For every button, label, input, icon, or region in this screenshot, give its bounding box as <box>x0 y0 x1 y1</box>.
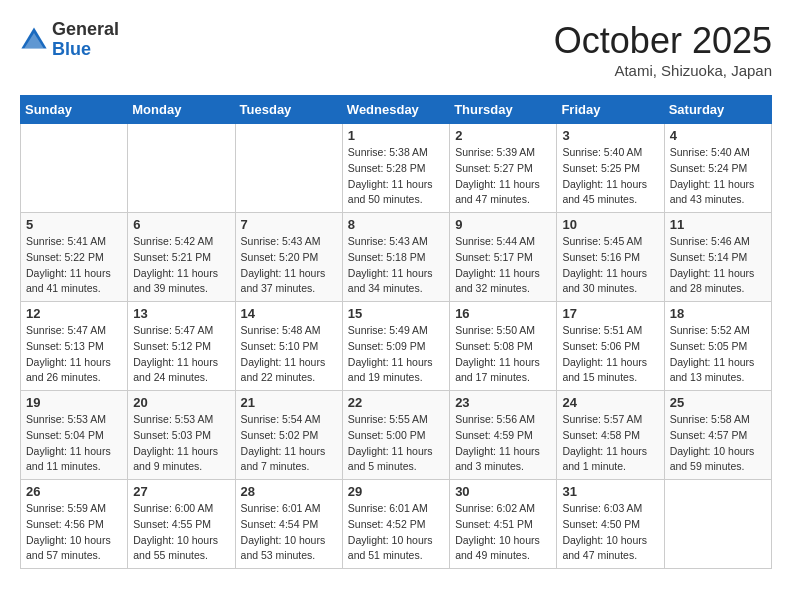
day-number: 29 <box>348 484 444 499</box>
calendar-cell: 17Sunrise: 5:51 AMSunset: 5:06 PMDayligh… <box>557 302 664 391</box>
day-info: Sunrise: 5:51 AMSunset: 5:06 PMDaylight:… <box>562 323 658 386</box>
calendar-cell <box>664 480 771 569</box>
day-info: Sunrise: 5:54 AMSunset: 5:02 PMDaylight:… <box>241 412 337 475</box>
day-info: Sunrise: 5:53 AMSunset: 5:03 PMDaylight:… <box>133 412 229 475</box>
day-info: Sunrise: 5:38 AMSunset: 5:28 PMDaylight:… <box>348 145 444 208</box>
day-number: 16 <box>455 306 551 321</box>
title-block: October 2025 Atami, Shizuoka, Japan <box>554 20 772 79</box>
calendar-header-row: SundayMondayTuesdayWednesdayThursdayFrid… <box>21 96 772 124</box>
calendar-week-3: 12Sunrise: 5:47 AMSunset: 5:13 PMDayligh… <box>21 302 772 391</box>
calendar-cell: 21Sunrise: 5:54 AMSunset: 5:02 PMDayligh… <box>235 391 342 480</box>
day-number: 14 <box>241 306 337 321</box>
day-number: 8 <box>348 217 444 232</box>
day-header-tuesday: Tuesday <box>235 96 342 124</box>
day-number: 4 <box>670 128 766 143</box>
logo-icon <box>20 26 48 54</box>
calendar-cell: 12Sunrise: 5:47 AMSunset: 5:13 PMDayligh… <box>21 302 128 391</box>
calendar-cell: 4Sunrise: 5:40 AMSunset: 5:24 PMDaylight… <box>664 124 771 213</box>
calendar-cell: 25Sunrise: 5:58 AMSunset: 4:57 PMDayligh… <box>664 391 771 480</box>
day-number: 2 <box>455 128 551 143</box>
day-info: Sunrise: 5:48 AMSunset: 5:10 PMDaylight:… <box>241 323 337 386</box>
calendar-week-2: 5Sunrise: 5:41 AMSunset: 5:22 PMDaylight… <box>21 213 772 302</box>
calendar-cell: 15Sunrise: 5:49 AMSunset: 5:09 PMDayligh… <box>342 302 449 391</box>
day-number: 7 <box>241 217 337 232</box>
day-info: Sunrise: 5:47 AMSunset: 5:13 PMDaylight:… <box>26 323 122 386</box>
day-info: Sunrise: 5:56 AMSunset: 4:59 PMDaylight:… <box>455 412 551 475</box>
day-number: 12 <box>26 306 122 321</box>
calendar-cell: 20Sunrise: 5:53 AMSunset: 5:03 PMDayligh… <box>128 391 235 480</box>
day-number: 10 <box>562 217 658 232</box>
calendar-week-4: 19Sunrise: 5:53 AMSunset: 5:04 PMDayligh… <box>21 391 772 480</box>
day-number: 1 <box>348 128 444 143</box>
calendar-cell <box>21 124 128 213</box>
day-number: 21 <box>241 395 337 410</box>
day-info: Sunrise: 6:01 AMSunset: 4:52 PMDaylight:… <box>348 501 444 564</box>
month-title: October 2025 <box>554 20 772 62</box>
day-info: Sunrise: 6:02 AMSunset: 4:51 PMDaylight:… <box>455 501 551 564</box>
day-number: 23 <box>455 395 551 410</box>
day-number: 24 <box>562 395 658 410</box>
calendar-cell: 3Sunrise: 5:40 AMSunset: 5:25 PMDaylight… <box>557 124 664 213</box>
day-info: Sunrise: 5:43 AMSunset: 5:18 PMDaylight:… <box>348 234 444 297</box>
day-info: Sunrise: 5:42 AMSunset: 5:21 PMDaylight:… <box>133 234 229 297</box>
day-number: 31 <box>562 484 658 499</box>
calendar-cell: 14Sunrise: 5:48 AMSunset: 5:10 PMDayligh… <box>235 302 342 391</box>
calendar-week-1: 1Sunrise: 5:38 AMSunset: 5:28 PMDaylight… <box>21 124 772 213</box>
logo-text: General Blue <box>52 20 119 60</box>
day-info: Sunrise: 5:52 AMSunset: 5:05 PMDaylight:… <box>670 323 766 386</box>
page-header: General Blue October 2025 Atami, Shizuok… <box>20 20 772 79</box>
day-number: 30 <box>455 484 551 499</box>
calendar-cell: 8Sunrise: 5:43 AMSunset: 5:18 PMDaylight… <box>342 213 449 302</box>
day-number: 27 <box>133 484 229 499</box>
day-number: 19 <box>26 395 122 410</box>
calendar-cell: 13Sunrise: 5:47 AMSunset: 5:12 PMDayligh… <box>128 302 235 391</box>
calendar-cell <box>235 124 342 213</box>
calendar-cell: 24Sunrise: 5:57 AMSunset: 4:58 PMDayligh… <box>557 391 664 480</box>
day-header-wednesday: Wednesday <box>342 96 449 124</box>
calendar-cell: 2Sunrise: 5:39 AMSunset: 5:27 PMDaylight… <box>450 124 557 213</box>
day-info: Sunrise: 6:03 AMSunset: 4:50 PMDaylight:… <box>562 501 658 564</box>
day-number: 25 <box>670 395 766 410</box>
logo: General Blue <box>20 20 119 60</box>
day-header-sunday: Sunday <box>21 96 128 124</box>
calendar-cell: 23Sunrise: 5:56 AMSunset: 4:59 PMDayligh… <box>450 391 557 480</box>
day-header-thursday: Thursday <box>450 96 557 124</box>
day-info: Sunrise: 5:49 AMSunset: 5:09 PMDaylight:… <box>348 323 444 386</box>
day-number: 26 <box>26 484 122 499</box>
day-number: 22 <box>348 395 444 410</box>
calendar-cell: 10Sunrise: 5:45 AMSunset: 5:16 PMDayligh… <box>557 213 664 302</box>
calendar-cell: 28Sunrise: 6:01 AMSunset: 4:54 PMDayligh… <box>235 480 342 569</box>
day-number: 15 <box>348 306 444 321</box>
calendar: SundayMondayTuesdayWednesdayThursdayFrid… <box>20 95 772 569</box>
day-info: Sunrise: 5:40 AMSunset: 5:24 PMDaylight:… <box>670 145 766 208</box>
calendar-cell: 7Sunrise: 5:43 AMSunset: 5:20 PMDaylight… <box>235 213 342 302</box>
day-info: Sunrise: 5:57 AMSunset: 4:58 PMDaylight:… <box>562 412 658 475</box>
calendar-cell: 31Sunrise: 6:03 AMSunset: 4:50 PMDayligh… <box>557 480 664 569</box>
logo-general: General <box>52 20 119 40</box>
day-info: Sunrise: 5:53 AMSunset: 5:04 PMDaylight:… <box>26 412 122 475</box>
day-number: 5 <box>26 217 122 232</box>
calendar-cell: 18Sunrise: 5:52 AMSunset: 5:05 PMDayligh… <box>664 302 771 391</box>
day-info: Sunrise: 5:45 AMSunset: 5:16 PMDaylight:… <box>562 234 658 297</box>
calendar-cell: 6Sunrise: 5:42 AMSunset: 5:21 PMDaylight… <box>128 213 235 302</box>
logo-blue: Blue <box>52 40 119 60</box>
day-info: Sunrise: 6:00 AMSunset: 4:55 PMDaylight:… <box>133 501 229 564</box>
calendar-cell: 9Sunrise: 5:44 AMSunset: 5:17 PMDaylight… <box>450 213 557 302</box>
calendar-cell: 16Sunrise: 5:50 AMSunset: 5:08 PMDayligh… <box>450 302 557 391</box>
calendar-cell: 1Sunrise: 5:38 AMSunset: 5:28 PMDaylight… <box>342 124 449 213</box>
calendar-cell: 27Sunrise: 6:00 AMSunset: 4:55 PMDayligh… <box>128 480 235 569</box>
day-number: 18 <box>670 306 766 321</box>
calendar-cell: 5Sunrise: 5:41 AMSunset: 5:22 PMDaylight… <box>21 213 128 302</box>
calendar-cell <box>128 124 235 213</box>
day-number: 9 <box>455 217 551 232</box>
day-number: 13 <box>133 306 229 321</box>
day-number: 17 <box>562 306 658 321</box>
day-header-friday: Friday <box>557 96 664 124</box>
day-info: Sunrise: 5:50 AMSunset: 5:08 PMDaylight:… <box>455 323 551 386</box>
day-info: Sunrise: 5:40 AMSunset: 5:25 PMDaylight:… <box>562 145 658 208</box>
day-header-saturday: Saturday <box>664 96 771 124</box>
calendar-cell: 11Sunrise: 5:46 AMSunset: 5:14 PMDayligh… <box>664 213 771 302</box>
day-number: 28 <box>241 484 337 499</box>
day-info: Sunrise: 5:47 AMSunset: 5:12 PMDaylight:… <box>133 323 229 386</box>
day-info: Sunrise: 5:55 AMSunset: 5:00 PMDaylight:… <box>348 412 444 475</box>
